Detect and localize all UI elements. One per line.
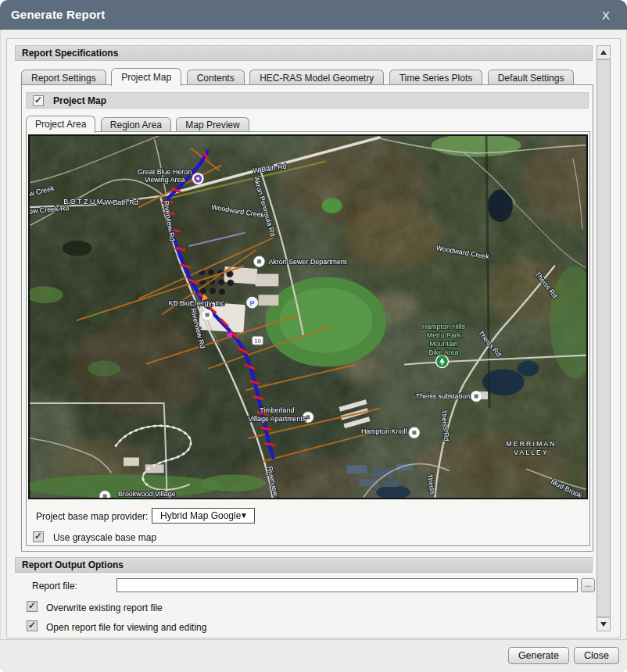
map-label: MERRIMAN: [506, 440, 556, 448]
map-label: Timberland: [260, 406, 294, 414]
base-map-provider-dropdown[interactable]: Hybrid Map Google ▼: [152, 508, 255, 524]
map-label: VALLEY: [514, 449, 549, 456]
map-marker-parking: P: [247, 297, 258, 308]
map-marker-tree: [436, 356, 449, 368]
map-label: Hampton Knoll: [361, 427, 407, 435]
map-marker-shield: 10: [253, 336, 263, 345]
scrollbar-thumb[interactable]: [597, 59, 610, 617]
cross-section-tick: [265, 444, 276, 445]
map-marker-building: [254, 256, 265, 267]
browse-button[interactable]: ...: [581, 578, 595, 592]
map-label: Village Apartments: [248, 415, 306, 423]
map-marker-building: [202, 309, 213, 320]
scroll-up-icon[interactable]: [597, 46, 610, 59]
subtab-region-area[interactable]: Region Area: [101, 117, 171, 133]
map-marker-viewing-area: [192, 173, 204, 184]
map-marker-dot: [228, 333, 232, 338]
overwrite-checkbox[interactable]: [27, 601, 38, 612]
map-label: Theiss substation: [416, 392, 470, 400]
project-area-map[interactable]: P10Great Blue HeronViewing AreaW Bath Rd…: [28, 134, 588, 499]
map-label: Akron Sewer Department: [268, 258, 347, 266]
open-report-label: Open report file for viewing and editing: [46, 622, 206, 633]
project-area-panel: P10Great Blue HeronViewing AreaW Bath Rd…: [26, 131, 590, 546]
map-label: BOTZUM: [63, 198, 104, 206]
dialog-footer: Generate Close: [0, 639, 627, 672]
report-file-row: Report file: ...: [7, 578, 620, 595]
grayscale-checkbox[interactable]: [33, 531, 44, 542]
svg-text:P: P: [249, 298, 254, 307]
vertical-scrollbar[interactable]: [597, 45, 611, 631]
map-marker-building: [409, 427, 420, 438]
tab-contents[interactable]: Contents: [187, 70, 245, 86]
close-icon[interactable]: X: [597, 7, 614, 24]
close-button[interactable]: Close: [574, 647, 619, 664]
tab-report-settings[interactable]: Report Settings: [21, 70, 106, 86]
chevron-down-icon: ▼: [240, 511, 248, 520]
tab-time-series-plots[interactable]: Time Series Plots: [389, 70, 483, 86]
main-tabs: Report Settings Project Map Contents HEC…: [21, 68, 575, 85]
project-map-label: Project Map: [53, 95, 106, 106]
report-file-input[interactable]: [116, 578, 578, 592]
project-map-checkbox[interactable]: [33, 95, 44, 106]
window-title: Generate Report: [11, 8, 106, 21]
base-map-provider-row: Project base map provider: Hybrid Map Go…: [27, 508, 589, 525]
base-map-provider-label: Project base map provider:: [36, 511, 148, 522]
grayscale-label: Use grayscale base map: [53, 532, 156, 543]
overwrite-row: Overwrite existing report file: [7, 600, 620, 614]
grayscale-row: Use grayscale base map: [27, 531, 589, 546]
scroll-down-icon[interactable]: [597, 617, 610, 631]
map-label: Great Blue Heron: [138, 168, 192, 176]
open-report-row: Open report file for viewing and editing: [7, 620, 620, 634]
window-titlebar: Generate Report X: [0, 0, 627, 30]
generate-report-dialog: Generate Report X Report Specifications …: [0, 0, 627, 672]
map-label: Brookwood Village: [118, 490, 176, 498]
generate-button[interactable]: Generate: [508, 647, 569, 664]
tab-hecras-model-geometry[interactable]: HEC-RAS Model Geometry: [249, 70, 384, 86]
map-label: W Bath Rd: [105, 198, 138, 206]
tab-project-map[interactable]: Project Map: [111, 68, 181, 86]
map-label: Viewing Area: [145, 176, 185, 184]
project-map-tab-panel: Project Map Project Area Region Area Map…: [21, 84, 593, 552]
report-output-options-header: Report Output Options: [15, 557, 593, 573]
subtab-project-area[interactable]: Project Area: [26, 116, 95, 133]
tab-default-settings[interactable]: Default Settings: [488, 70, 575, 86]
map-marker-building: [471, 391, 482, 402]
map-label: Hampton Hills: [422, 323, 466, 331]
map-label: Bike Area: [428, 349, 458, 356]
map-label: KB BioEnergy, Inc: [169, 299, 225, 307]
project-map-option-band: Project Map: [26, 92, 589, 109]
svg-text:10: 10: [254, 338, 261, 345]
report-specifications-header: Report Specifications: [15, 45, 593, 61]
report-specifications-panel: Report Specifications Report Settings Pr…: [6, 38, 621, 638]
map-subtabs: Project Area Region Area Map Preview: [26, 116, 251, 132]
map-label: Mountain: [429, 340, 458, 348]
report-file-label: Report file:: [32, 581, 77, 592]
open-report-checkbox[interactable]: [27, 620, 38, 631]
base-map-provider-value: Hybrid Map Google: [160, 510, 241, 521]
overwrite-label: Overwrite existing report file: [46, 602, 163, 613]
map-label: Metro Park: [427, 331, 461, 339]
subtab-map-preview[interactable]: Map Preview: [176, 117, 249, 133]
